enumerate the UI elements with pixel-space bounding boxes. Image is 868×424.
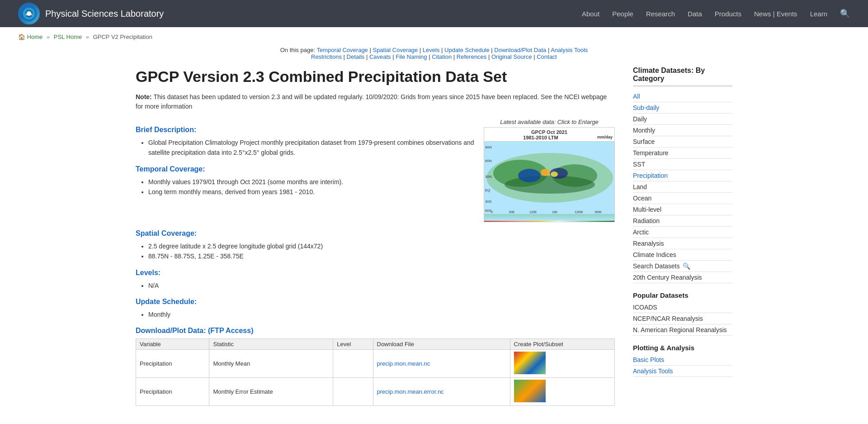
breadcrumb-home[interactable]: Home bbox=[27, 33, 43, 40]
cat-precipitation[interactable]: Precipitation bbox=[633, 170, 732, 181]
sidebar: Climate Datasets: By Category All Sub-da… bbox=[633, 62, 732, 406]
main-layout: GPCP Version 2.3 Combined Precipitation … bbox=[118, 62, 750, 406]
category-section: All Sub-daily Daily Monthly Surface Temp… bbox=[633, 91, 732, 283]
plot-thumbnail-1[interactable] bbox=[514, 352, 546, 374]
cat-temperature: Temperature bbox=[633, 148, 732, 159]
svg-text:EQ: EQ bbox=[485, 188, 491, 192]
map-title: GPCP Oct 2021 1981-2010 LTM mm/day bbox=[484, 128, 614, 142]
pop-ncep: NCEP/NCAR Reanalysis bbox=[633, 313, 732, 324]
noaa-logo: NOAA bbox=[18, 3, 40, 24]
cat-reanalysis: Reanalysis bbox=[633, 238, 732, 249]
plotting-title: Plotting & Analysis bbox=[633, 344, 732, 352]
cat-climate-indices: Climate Indices bbox=[633, 249, 732, 261]
nav-learn[interactable]: Learn bbox=[810, 10, 827, 18]
row2-variable: Precipitation bbox=[136, 378, 209, 406]
search-datasets-icon[interactable]: 🔍 bbox=[683, 262, 690, 270]
brief-section: Brief Description: Global Precipitation … bbox=[136, 119, 615, 222]
update-heading: Update Schedule: bbox=[136, 298, 615, 306]
page-title: GPCP Version 2.3 Combined Precipitation … bbox=[136, 67, 615, 86]
spatial-heading: Spatial Coverage: bbox=[136, 229, 615, 238]
cat-monthly: Monthly bbox=[633, 125, 732, 136]
map-container: Latest available data: Click to Enlarge … bbox=[484, 119, 615, 222]
search-datasets-row[interactable]: Search Datasets 🔍 bbox=[633, 261, 732, 272]
download-table: Variable Statistic Level Download File C… bbox=[136, 338, 615, 406]
link-analysis[interactable]: Analysis Tools bbox=[551, 47, 588, 53]
svg-point-9 bbox=[505, 176, 595, 194]
nav-news-events[interactable]: News | Events bbox=[754, 10, 797, 18]
cat-ocean: Ocean bbox=[633, 193, 732, 204]
nav-about[interactable]: About bbox=[582, 10, 599, 18]
svg-point-12 bbox=[541, 169, 550, 176]
svg-text:60N: 60N bbox=[485, 159, 492, 163]
cat-daily: Daily bbox=[633, 114, 732, 125]
cat-20th-reanalysis: 20th Century Reanalysis bbox=[633, 272, 732, 283]
row1-level bbox=[333, 350, 373, 378]
col-plot: Create Plot/Subset bbox=[510, 339, 614, 350]
note-box: Note: This dataset has been updated to v… bbox=[136, 92, 615, 111]
link-spatial[interactable]: Spatial Coverage bbox=[373, 47, 418, 53]
nav-products[interactable]: Products bbox=[715, 10, 741, 18]
popular-section: ICOADS NCEP/NCAR Reanalysis N. American … bbox=[633, 302, 732, 336]
row1-statistic: Monthly Mean bbox=[209, 350, 333, 378]
cat-subdaily[interactable]: Sub-daily bbox=[633, 102, 732, 114]
link-references[interactable]: References bbox=[457, 53, 486, 60]
breadcrumb-psl[interactable]: PSL Home bbox=[54, 33, 82, 40]
svg-text:120W: 120W bbox=[575, 210, 583, 214]
download-heading: Download/Plot Data: (FTP Access) bbox=[136, 327, 615, 335]
site-title: Physical Sciences Laboratory bbox=[45, 9, 164, 19]
svg-point-10 bbox=[518, 169, 541, 182]
map-image[interactable]: GPCP Oct 2021 1981-2010 LTM mm/day bbox=[484, 127, 615, 222]
link-original-source[interactable]: Original Source bbox=[491, 53, 532, 60]
nav-research[interactable]: Research bbox=[646, 10, 675, 18]
link-filenaming[interactable]: File Naming bbox=[396, 53, 427, 60]
brief-item-1: Global Precipitation Climatology Project… bbox=[148, 138, 475, 158]
link-caveats[interactable]: Caveats bbox=[369, 53, 391, 60]
brief-list: Global Precipitation Climatology Project… bbox=[136, 138, 475, 158]
table-row: Precipitation Monthly Mean precip.mon.me… bbox=[136, 350, 615, 378]
link-levels[interactable]: Levels bbox=[423, 47, 440, 53]
search-datasets-label[interactable]: Search Datasets bbox=[633, 262, 680, 270]
popular-title: Popular Datasets bbox=[633, 291, 732, 299]
cat-multilevel: Multi-level bbox=[633, 204, 732, 215]
table-row: Precipitation Monthly Error Estimate pre… bbox=[136, 378, 615, 406]
map-caption[interactable]: Latest available data: Click to Enlarge bbox=[484, 119, 615, 125]
pop-icoads: ICOADS bbox=[633, 302, 732, 313]
nav-people[interactable]: People bbox=[612, 10, 633, 18]
link-contact[interactable]: Contact bbox=[537, 53, 557, 60]
row1-download[interactable]: precip.mon.mean.nc bbox=[373, 350, 510, 378]
levels-heading: Levels: bbox=[136, 269, 615, 277]
content-left: Brief Description: Global Precipitation … bbox=[136, 119, 475, 222]
temporal-item-1: Monthly values 1979/01 through Oct 2021 … bbox=[148, 177, 475, 187]
breadcrumb: 🏠 Home » PSL Home » GPCP V2 Precipitatio… bbox=[0, 27, 868, 44]
link-update[interactable]: Update Schedule bbox=[444, 47, 490, 53]
link-temporal[interactable]: Temporal Coverage bbox=[316, 47, 368, 53]
link-restrictions[interactable]: Restrictions bbox=[311, 53, 342, 60]
plot-analysis[interactable]: Analysis Tools bbox=[633, 366, 732, 377]
svg-text:90N: 90N bbox=[485, 145, 492, 149]
link-download[interactable]: Download/Plot Data bbox=[494, 47, 546, 53]
row1-variable: Precipitation bbox=[136, 350, 209, 378]
on-this-page-label: On this page: bbox=[280, 47, 315, 53]
nav-data[interactable]: Data bbox=[688, 10, 702, 18]
link-details[interactable]: Details bbox=[347, 53, 365, 60]
breadcrumb-sep-2: » bbox=[86, 33, 89, 40]
brief-heading: Brief Description: bbox=[136, 126, 475, 134]
cat-all[interactable]: All bbox=[633, 91, 732, 102]
cat-sst: SST bbox=[633, 159, 732, 170]
svg-text:180: 180 bbox=[552, 210, 557, 214]
col-level: Level bbox=[333, 339, 373, 350]
link-citation[interactable]: Citation bbox=[432, 53, 452, 60]
svg-text:30S: 30S bbox=[485, 200, 491, 204]
spatial-list: 2.5 degree latitude x 2.5 degree longitu… bbox=[136, 241, 615, 262]
map-visual: 90N 60N 30N EQ 30S 60S 0 60E 120E 180 12… bbox=[484, 142, 614, 221]
plot-basic[interactable]: Basic Plots bbox=[633, 354, 732, 366]
row1-plot[interactable] bbox=[510, 350, 614, 378]
spatial-item-2: 88.75N - 88.75S, 1.25E - 358.75E bbox=[148, 251, 615, 261]
map-colorbar bbox=[484, 221, 614, 222]
plot-thumbnail-2[interactable] bbox=[514, 380, 546, 402]
svg-text:120E: 120E bbox=[529, 210, 537, 214]
note-label: Note: bbox=[136, 93, 152, 100]
search-icon[interactable]: 🔍 bbox=[840, 9, 850, 19]
row2-download[interactable]: precip.mon.mean.error.nc bbox=[373, 378, 510, 406]
row2-plot[interactable] bbox=[510, 378, 614, 406]
